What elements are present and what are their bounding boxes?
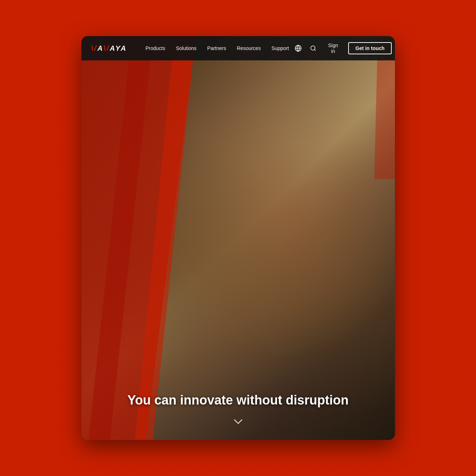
search-icon-button[interactable] xyxy=(308,43,318,54)
hero-content: You can innovate without disruption xyxy=(81,392,395,408)
page-wrapper: \/A\/AYA Products Solutions Partners Res… xyxy=(0,0,476,476)
main-card: \/A\/AYA Products Solutions Partners Res… xyxy=(81,36,395,440)
nav-links: Products Solutions Partners Resources Su… xyxy=(141,43,293,54)
svg-line-7 xyxy=(314,49,315,50)
globe-icon-button[interactable] xyxy=(293,43,303,54)
nav-solutions[interactable]: Solutions xyxy=(172,43,201,54)
logo-slash-middle: \/ xyxy=(104,44,110,52)
nav-products[interactable]: Products xyxy=(141,43,169,54)
chevron-down-icon xyxy=(233,418,244,425)
nav-resources[interactable]: Resources xyxy=(232,43,265,54)
nav-partners[interactable]: Partners xyxy=(203,43,230,54)
scroll-indicator[interactable] xyxy=(233,418,244,427)
hero-title: You can innovate without disruption xyxy=(96,392,381,408)
logo-wordmark: \/A\/AYA xyxy=(91,44,127,53)
nav-support[interactable]: Support xyxy=(267,43,293,54)
globe-icon xyxy=(295,45,302,52)
get-in-touch-button[interactable]: Get in touch xyxy=(348,42,392,54)
red-shapes xyxy=(81,36,395,440)
nav-right: Sign in Get in touch xyxy=(293,40,392,56)
logo-slash-left: \/ xyxy=(91,44,97,52)
avaya-logo[interactable]: \/A\/AYA xyxy=(91,44,127,53)
search-icon xyxy=(310,45,316,51)
sign-in-button[interactable]: Sign in xyxy=(323,40,343,56)
svg-point-6 xyxy=(311,46,315,50)
navbar: \/A\/AYA Products Solutions Partners Res… xyxy=(81,36,395,60)
